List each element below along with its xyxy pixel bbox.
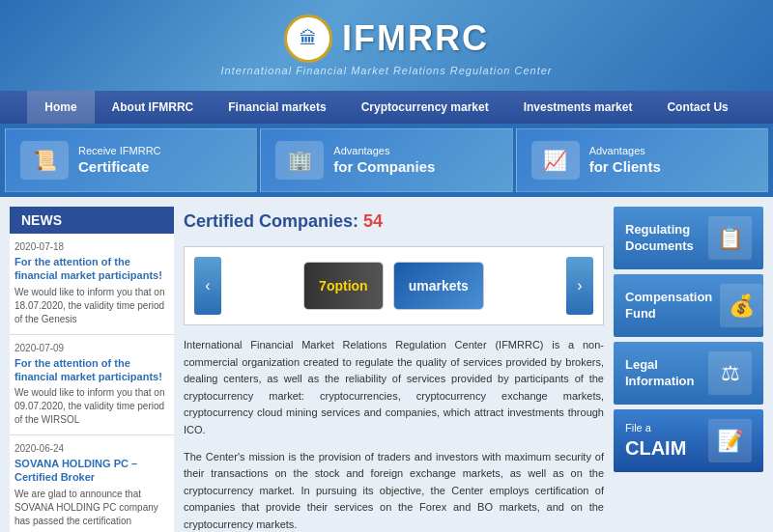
right-card-claim-text: File a CLAIM [625, 421, 701, 460]
logo-icon: 🏛 [284, 14, 332, 63]
right-card-legal[interactable]: LegalInformation ⚖ [614, 342, 763, 405]
news-date-3: 2020-06-24 [14, 443, 169, 454]
logo-container: 🏛 IFMRRC [19, 14, 754, 63]
body-text-2: The Center's mission is the provision of… [184, 449, 604, 532]
banner-row: 📜 Receive IFMRRC Certificate 🏢 Advantage… [0, 124, 773, 197]
logo-text: IFMRRC [342, 18, 489, 59]
carousel-next[interactable]: › [566, 257, 593, 315]
sidebar-left: NEWS 2020-07-18 For the attention of the… [10, 207, 174, 532]
nav-investments[interactable]: Investments market [506, 91, 650, 124]
news-desc-1: We would like to inform you that on 18.0… [14, 286, 169, 326]
certified-label: Certified Companies: [184, 211, 358, 231]
news-desc-3: We are glad to announce that SOVANA HOLD… [14, 488, 169, 528]
right-card-compensation[interactable]: CompensationFund 💰 [614, 274, 763, 337]
center-content: Certified Companies: 54 ‹ 7option umarke… [174, 207, 614, 532]
logo-subtitle: International Financial Market Relations… [19, 65, 754, 76]
nav-home[interactable]: Home [27, 91, 94, 124]
sidebar-right: RegulatingDocuments 📋 CompensationFund 💰… [614, 207, 763, 532]
header: 🏛 IFMRRC International Financial Market … [0, 0, 773, 91]
banner-clients-text: Advantages for Clients [589, 144, 661, 177]
news-item-1: 2020-07-18 For the attention of the fina… [10, 234, 174, 335]
banner-certificate[interactable]: 📜 Receive IFMRRC Certificate [5, 128, 257, 192]
nav-contact[interactable]: Contact Us [649, 91, 745, 124]
certificate-icon: 📜 [20, 141, 69, 180]
news-link-2[interactable]: For the attention of the financial marke… [14, 356, 169, 384]
news-link-3[interactable]: SOVANA HOLDING PC – Certified Broker [14, 457, 169, 485]
news-item-3: 2020-06-24 SOVANA HOLDING PC – Certified… [10, 435, 174, 532]
companies-icon: 🏢 [275, 141, 324, 180]
banner-companies[interactable]: 🏢 Advantages for Companies [260, 128, 512, 192]
banner-clients[interactable]: 📈 Advantages for Clients [516, 128, 768, 192]
certified-header: Certified Companies: 54 [184, 207, 604, 237]
right-card-documents[interactable]: RegulatingDocuments 📋 [614, 207, 763, 269]
navigation: Home About IFMRRC Financial markets Cryp… [0, 91, 773, 124]
right-card-legal-text: LegalInformation [625, 357, 701, 390]
logo-text-block: IFMRRC [342, 18, 489, 59]
news-item-2: 2020-07-09 For the attention of the fina… [10, 335, 174, 436]
carousel-items: 7option umarkets [226, 262, 561, 310]
legal-icon: ⚖ [708, 351, 752, 395]
nav-financial[interactable]: Financial markets [211, 91, 343, 124]
claim-icon: 📝 [708, 419, 752, 462]
nav-crypto[interactable]: Cryptocurrency market [344, 91, 506, 124]
carousel-logo-7option[interactable]: 7option [303, 262, 384, 310]
nav-about[interactable]: About IFMRRC [95, 91, 212, 124]
documents-icon: 📋 [708, 216, 752, 260]
clients-icon: 📈 [531, 141, 580, 180]
body-text-1: International Financial Market Relations… [184, 337, 604, 439]
compensation-icon: 💰 [720, 284, 763, 327]
right-card-documents-text: RegulatingDocuments [625, 222, 701, 255]
news-link-1[interactable]: For the attention of the financial marke… [14, 255, 169, 283]
news-date-1: 2020-07-18 [14, 241, 169, 252]
right-card-claim[interactable]: File a CLAIM 📝 [614, 409, 763, 472]
main-layout: NEWS 2020-07-18 For the attention of the… [0, 197, 773, 532]
news-desc-2: We would like to inform you that on 09.0… [14, 386, 169, 427]
right-card-compensation-text: CompensationFund [625, 290, 712, 322]
carousel: ‹ 7option umarkets › [184, 246, 604, 325]
news-header: NEWS [10, 207, 174, 234]
certified-count: 54 [363, 211, 383, 231]
banner-cert-text: Receive IFMRRC Certificate [78, 144, 161, 177]
banner-companies-text: Advantages for Companies [333, 144, 435, 177]
carousel-prev[interactable]: ‹ [194, 257, 221, 315]
news-date-2: 2020-07-09 [14, 343, 169, 353]
carousel-logo-umarkets[interactable]: umarkets [393, 262, 484, 310]
